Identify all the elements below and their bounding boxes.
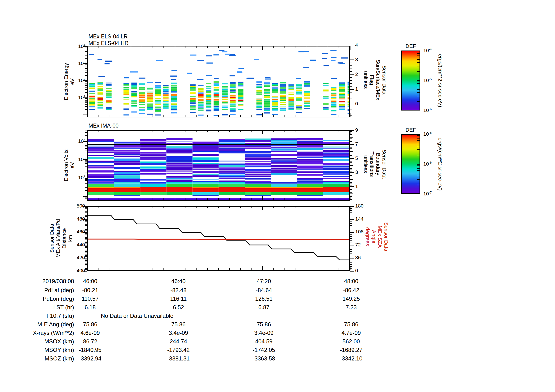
- axis-tick: [328, 46, 328, 48]
- axis-tick: [85, 72, 87, 72]
- axis-tick: [85, 238, 87, 239]
- axis-tick: [85, 262, 87, 262]
- axis-tick: [240, 46, 241, 48]
- axis-tick: [85, 220, 87, 221]
- axis-tick: [153, 130, 153, 132]
- axis-tick: [350, 107, 352, 107]
- axis-tick: [295, 206, 295, 208]
- axis-tick: [163, 268, 164, 270]
- axis-tick: [85, 242, 87, 242]
- axis-tick: [85, 85, 87, 86]
- ima-right-label: Sensor DataBoundaryTransitionsunitless: [363, 150, 387, 178]
- axis-tick: [120, 206, 120, 208]
- axis-tick: [85, 269, 87, 270]
- axis-tick: [350, 266, 352, 267]
- axis-tick: [240, 198, 241, 200]
- els-right-tick-label: 3: [355, 57, 358, 62]
- axis-tick: [284, 198, 285, 200]
- axis-tick: [131, 268, 131, 270]
- axis-tick: [284, 130, 285, 132]
- els-right-label-line: unitless: [363, 59, 369, 100]
- ima-title: MEx IMA-00: [88, 123, 119, 129]
- els-right-tick-label: 1: [355, 86, 358, 92]
- axis-tick: [85, 187, 87, 188]
- lines-ylabel-line: Distance: [61, 219, 67, 258]
- axis-tick: [175, 113, 175, 117]
- table-cell-value: 86.72: [83, 338, 97, 345]
- axis-tick: [350, 251, 352, 252]
- colorbar1-tick-label: 10-5: [423, 77, 432, 83]
- axis-tick: [85, 130, 87, 130]
- axis-tick: [175, 266, 175, 270]
- els-spectrogram-canvas: [88, 46, 349, 117]
- axis-tick: [417, 62, 419, 63]
- axis-tick: [207, 268, 208, 270]
- axis-tick: [417, 89, 419, 90]
- axis-tick: [350, 179, 353, 180]
- axis-tick: [328, 206, 328, 208]
- axis-tick: [317, 268, 317, 270]
- lines-ylabel: Sensor DataMEx Alt/Mars/PdDistancekm: [49, 219, 73, 258]
- axis-tick: [417, 146, 419, 146]
- table-row-label: PdLon (deg): [0, 295, 74, 302]
- table-cell-value: 7.23: [346, 304, 357, 311]
- ima-ytick-label: 104: [71, 138, 85, 144]
- axis-tick: [350, 158, 354, 159]
- colorbar2-tick-label: 10-7: [423, 191, 432, 197]
- axis-tick: [328, 115, 328, 117]
- axis-tick: [350, 138, 352, 139]
- axis-tick: [350, 245, 354, 245]
- axis-tick: [350, 185, 352, 185]
- axis-tick: [317, 115, 317, 117]
- axis-tick: [350, 232, 354, 233]
- axis-tick: [98, 206, 98, 208]
- axis-tick: [85, 249, 87, 249]
- colorbar2-tick-label: 10-5: [423, 131, 432, 137]
- axis-tick: [131, 130, 131, 132]
- axis-tick: [339, 206, 339, 208]
- els-right-label-line: Flag: [369, 59, 375, 100]
- axis-tick: [417, 143, 419, 143]
- axis-tick: [417, 87, 419, 87]
- axis-tick: [417, 92, 419, 93]
- table-cell-value: 6.52: [173, 304, 184, 311]
- axis-tick: [218, 268, 219, 270]
- axis-tick: [85, 183, 87, 184]
- axis-tick: [350, 101, 352, 101]
- table-cell-value: -1742.05: [253, 347, 275, 353]
- axis-tick: [163, 130, 164, 132]
- axis-tick: [350, 95, 352, 95]
- time-tick-label: 46:40: [171, 278, 186, 285]
- axis-tick: [186, 198, 186, 200]
- ima-right-label-line: unitless: [363, 150, 369, 178]
- axis-tick: [163, 198, 164, 200]
- axis-tick: [350, 161, 352, 162]
- axis-tick: [85, 228, 87, 228]
- axis-tick: [417, 168, 419, 169]
- axis-tick: [186, 268, 186, 270]
- axis-tick: [350, 256, 352, 256]
- axis-tick: [350, 154, 352, 154]
- axis-tick: [417, 71, 419, 72]
- axis-tick: [109, 268, 110, 270]
- axis-tick: [83, 114, 87, 115]
- axis-tick: [350, 113, 351, 117]
- colorbar1-title: DEF: [406, 43, 416, 49]
- axis-tick: [85, 237, 87, 238]
- els-right-tick-label: 4: [355, 42, 358, 48]
- table-cell-value: -3392.94: [79, 355, 102, 362]
- axis-tick: [350, 238, 352, 239]
- axis-tick: [109, 115, 110, 117]
- axis-tick: [273, 115, 274, 117]
- axis-tick: [350, 213, 352, 213]
- axis-tick: [350, 98, 352, 98]
- axis-tick: [350, 198, 352, 198]
- axis-tick: [350, 164, 352, 164]
- axis-tick: [87, 130, 88, 134]
- axis-tick: [350, 174, 352, 174]
- axis-tick: [85, 70, 87, 71]
- axis-tick: [350, 234, 352, 235]
- els-ytick-label: 104: [71, 43, 85, 49]
- axis-tick: [350, 89, 354, 90]
- axis-tick: [251, 268, 252, 270]
